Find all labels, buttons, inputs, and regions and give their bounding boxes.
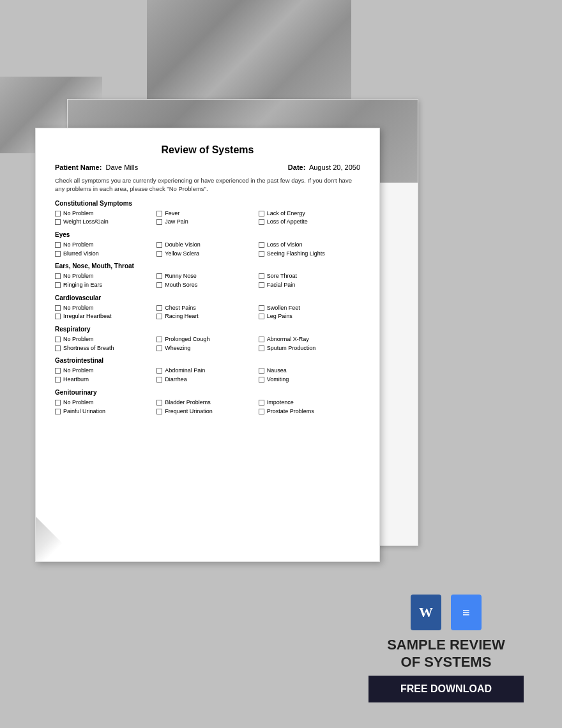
cb-abnormal-xray[interactable] — [259, 337, 264, 342]
date-label: Date: — [288, 163, 306, 171]
gastro-col1: No Problem Heartburn — [55, 366, 156, 384]
geni-col1: No Problem Painful Urination — [55, 398, 156, 416]
gastro-col3: Nausea Vomiting — [259, 366, 360, 384]
cb-swollen-feet[interactable] — [259, 305, 264, 311]
cb-flashing-lights[interactable] — [259, 251, 264, 257]
cb-racing-heart[interactable] — [156, 314, 162, 319]
cb-no-problem-enmt[interactable] — [55, 273, 61, 279]
cb-impotence[interactable] — [259, 400, 264, 406]
enmt-col3: Sore Throat Facial Pain — [259, 271, 360, 290]
cb-diarrhea[interactable] — [156, 377, 162, 383]
cb-sore-throat[interactable] — [259, 273, 264, 279]
cb-no-problem-eyes[interactable] — [55, 242, 61, 248]
word-icon — [411, 595, 441, 630]
enmt-col2: Runny Nose Mouth Sores — [156, 271, 258, 290]
cb-no-problem-gastro[interactable] — [55, 368, 61, 374]
cb-wheezing[interactable] — [156, 345, 162, 351]
section-cardiovascular: Cardiovascular — [55, 294, 360, 301]
cb-vomiting[interactable] — [259, 377, 264, 383]
cb-weight-loss[interactable] — [55, 219, 61, 225]
cb-ringing-ears[interactable] — [55, 282, 61, 288]
cb-fever[interactable] — [156, 211, 162, 216]
cb-chest-pains[interactable] — [156, 305, 162, 311]
eyes-col1: No Problem Blurred Vision — [55, 240, 156, 259]
date-value: August 20, 2050 — [309, 163, 360, 171]
enmt-col1: No Problem Ringing in Ears — [55, 271, 156, 290]
constitutional-body: No Problem Weight Loss/Gain Fever Jaw Pa… — [55, 209, 360, 227]
gastro-body: No Problem Heartburn Abdominal Pain Diar… — [55, 366, 360, 384]
cb-loss-vision[interactable] — [259, 242, 264, 248]
date-field: Date: August 20, 2050 — [288, 163, 360, 171]
cb-painful-urination[interactable] — [55, 409, 61, 414]
cb-no-problem-cardio[interactable] — [55, 305, 61, 311]
cb-mouth-sores[interactable] — [156, 282, 162, 288]
patient-name-field: Patient Name: Dave Mills — [55, 163, 138, 171]
cb-irregular-heartbeat[interactable] — [55, 314, 61, 319]
cb-double-vision[interactable] — [156, 242, 162, 248]
patient-name-value: Dave Mills — [105, 163, 138, 171]
geni-col3: Impotence Prostate Problems — [259, 398, 360, 416]
cardio-col2: Chest Pains Racing Heart — [156, 303, 258, 322]
cb-lack-energy[interactable] — [259, 211, 264, 216]
constitutional-col2: Fever Jaw Pain — [156, 209, 258, 227]
resp-col2: Prolonged Cough Wheezing — [156, 335, 258, 353]
resp-col1: No Problem Shortness of Breath — [55, 335, 156, 353]
cb-runny-nose[interactable] — [156, 273, 162, 279]
cb-blurred-vision[interactable] — [55, 251, 61, 257]
cb-sputum[interactable] — [259, 345, 264, 351]
app-icons-row — [368, 595, 524, 630]
cb-frequent-urination[interactable] — [156, 409, 162, 414]
stone-texture-1 — [147, 0, 351, 109]
cb-bladder-problems[interactable] — [156, 400, 162, 406]
cb-no-problem-const[interactable] — [55, 211, 61, 216]
eyes-col3: Loss of Vision Seeing Flashing Lights — [259, 240, 360, 259]
cb-jaw-pain[interactable] — [156, 219, 162, 225]
constitutional-col1: No Problem Weight Loss/Gain — [55, 209, 156, 227]
section-respiratory: Respiratory — [55, 326, 360, 333]
cb-shortness-breath[interactable] — [55, 345, 61, 351]
docs-icon — [451, 595, 482, 630]
free-download-button[interactable]: FREE DOWNLOAD — [368, 676, 524, 702]
cb-prostate-problems[interactable] — [259, 409, 264, 414]
eyes-col2: Double Vision Yellow Sclera — [156, 240, 258, 259]
cb-prolonged-cough[interactable] — [156, 337, 162, 342]
eyes-body: No Problem Blurred Vision Double Vision … — [55, 240, 360, 259]
instructions-text: Check all symptoms you are currently exp… — [55, 176, 360, 193]
cardio-col1: No Problem Irregular Heartbeat — [55, 303, 156, 322]
cb-abdominal-pain[interactable] — [156, 368, 162, 374]
cb-loss-appetite[interactable] — [259, 219, 264, 225]
cb-heartburn[interactable] — [55, 377, 61, 383]
resp-col3: Abnormal X-Ray Sputum Production — [259, 335, 360, 353]
enmt-body: No Problem Ringing in Ears Runny Nose Mo… — [55, 271, 360, 290]
sample-title: SAMPLE REVIEWOF SYSTEMS — [368, 637, 524, 671]
section-constitutional: Constitutional Symptoms — [55, 200, 360, 207]
cardiovascular-body: No Problem Irregular Heartbeat Chest Pai… — [55, 303, 360, 322]
cb-no-problem-geni[interactable] — [55, 400, 61, 406]
cardio-col3: Swollen Feet Leg Pains — [259, 303, 360, 322]
patient-info-row: Patient Name: Dave Mills Date: August 20… — [55, 163, 360, 171]
document-main: Review of Systems Patient Name: Dave Mil… — [35, 128, 380, 562]
gastro-col2: Abdominal Pain Diarrhea — [156, 366, 258, 384]
cb-facial-pain[interactable] — [259, 282, 264, 288]
section-enmt: Ears, Nose, Mouth, Throat — [55, 262, 360, 269]
section-eyes: Eyes — [55, 231, 360, 238]
geni-col2: Bladder Problems Frequent Urination — [156, 398, 258, 416]
section-genitourinary: Genitourinary — [55, 389, 360, 396]
bottom-area: SAMPLE REVIEWOF SYSTEMS FREE DOWNLOAD — [368, 595, 524, 702]
cb-nausea[interactable] — [259, 368, 264, 374]
patient-label: Patient Name: — [55, 163, 102, 171]
cb-yellow-sclera[interactable] — [156, 251, 162, 257]
section-gastrointestinal: Gastrointestinal — [55, 357, 360, 364]
cb-leg-pains[interactable] — [259, 314, 264, 319]
respiratory-body: No Problem Shortness of Breath Prolonged… — [55, 335, 360, 353]
cb-no-problem-resp[interactable] — [55, 337, 61, 342]
document-title: Review of Systems — [55, 144, 360, 156]
geni-body: No Problem Painful Urination Bladder Pro… — [55, 398, 360, 416]
constitutional-col3: Lack of Energy Loss of Appetite — [259, 209, 360, 227]
